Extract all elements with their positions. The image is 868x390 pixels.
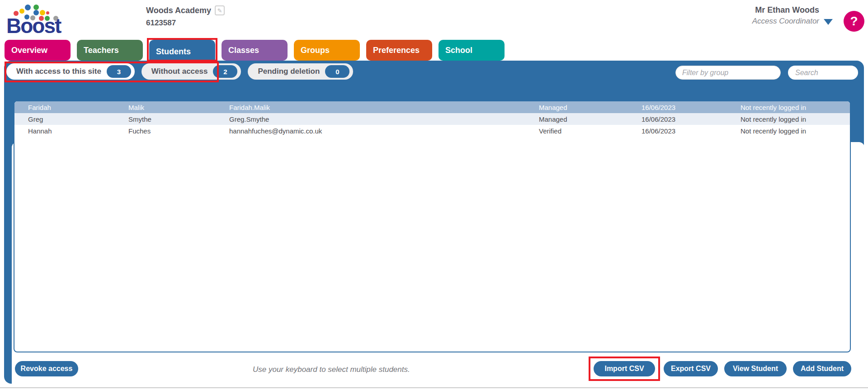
table-cell: Greg.Smythe [229, 115, 333, 123]
column-status[interactable]: Status [538, 88, 641, 97]
add-student-button[interactable]: Add Student [793, 361, 851, 376]
school-name: Woods Academy [146, 6, 211, 15]
main-tab-students[interactable]: Students [149, 40, 215, 63]
main-tabs: Overview Teachers Students Classes Group… [5, 40, 505, 63]
user-block: Mr Ethan Woods Access Coordinator [752, 5, 819, 26]
column-username[interactable]: Username [228, 88, 332, 97]
column-last-logged-in[interactable]: Last logged in [740, 88, 851, 97]
main-tab-overview[interactable]: Overview [5, 40, 71, 61]
boost-app: Boost Woods Academy ✎ 6123587 Mr Ethan W… [0, 0, 868, 390]
subtab-label: With access to this site [16, 67, 101, 76]
table-cell: Managed [539, 115, 642, 123]
column-date-added[interactable]: Date added [641, 88, 740, 97]
column-year-group[interactable]: Year group [332, 88, 434, 97]
table-cell: Not recently logged in [741, 127, 850, 135]
view-student-button[interactable]: View Student [724, 361, 787, 376]
viewport-bottom-divider [0, 387, 868, 388]
subtab[interactable]: Pending deletion 0 [248, 63, 353, 80]
table-cell: Faridah [28, 104, 128, 111]
subtab-count-badge: 3 [107, 65, 131, 78]
subtab[interactable]: Without access 2 [142, 63, 241, 80]
table-cell: 16/06/2023 [642, 127, 741, 135]
search-input[interactable] [788, 66, 868, 80]
table-cell: Not recently logged in [741, 115, 850, 123]
user-name: Mr Ethan Woods [752, 5, 819, 15]
table-cell: Verified [539, 127, 642, 135]
main-tab-preferences[interactable]: Preferences [366, 40, 432, 61]
boost-logo: Boost [5, 4, 78, 40]
logo-wordmark: Boost [6, 15, 61, 36]
column-first-name[interactable]: First name [27, 88, 127, 97]
table-cell: Malik [128, 104, 229, 111]
school-id: 6123587 [146, 19, 225, 28]
table-cell: Fuches [128, 127, 229, 135]
multi-select-hint: Use your keyboard to select multiple stu… [253, 365, 410, 374]
table-row[interactable]: Faridah Malik Faridah.Malik Managed 16/0… [14, 101, 850, 113]
subtab-label: Without access [151, 67, 208, 76]
school-block: Woods Academy ✎ 6123587 [146, 5, 225, 28]
table-cell: hannahfuches@dynamic.co.uk [229, 127, 333, 135]
main-tab-school[interactable]: School [439, 40, 505, 61]
export-csv-button[interactable]: Export CSV [664, 361, 718, 376]
main-tab-classes[interactable]: Classes [222, 40, 288, 61]
table-cell: Hannah [28, 127, 128, 135]
table-cell: 16/06/2023 [642, 104, 741, 111]
user-menu-caret-icon[interactable] [824, 19, 833, 25]
main-tab-teachers[interactable]: Teachers [77, 40, 143, 61]
main-tab-groups[interactable]: Groups [294, 40, 360, 61]
help-button[interactable]: ? [844, 11, 864, 32]
table-cell: Greg [28, 115, 128, 123]
students-table: Faridah Malik Faridah.Malik Managed 16/0… [14, 100, 851, 352]
table-cell: Faridah.Malik [229, 104, 333, 111]
revoke-access-button[interactable]: Revoke access [15, 361, 78, 376]
student-filter-subtabs: With access to this site 3 Without acces… [6, 63, 353, 80]
subtab-count-badge: 0 [325, 65, 349, 78]
subtab[interactable]: With access to this site 3 [6, 63, 135, 80]
table-cell: Not recently logged in [741, 104, 850, 111]
group-filter-input[interactable] [676, 66, 780, 79]
table-cell: 16/06/2023 [642, 115, 741, 123]
table-cell: Managed [539, 104, 642, 111]
subtab-label: Pending deletion [258, 67, 320, 76]
table-row[interactable]: Hannah Fuches hannahfuches@dynamic.co.uk… [14, 125, 850, 137]
subtab-count-badge: 2 [213, 65, 237, 78]
column-class[interactable]: Class [434, 88, 538, 97]
table-cell: Smythe [128, 115, 229, 123]
column-last-name[interactable]: Last name [127, 88, 228, 97]
edit-school-name-icon[interactable]: ✎ [215, 5, 225, 15]
table-row[interactable]: Greg Smythe Greg.Smythe Managed 16/06/20… [14, 113, 850, 125]
table-header: First name Last name Username Year group… [14, 86, 851, 99]
search-box [788, 66, 858, 80]
user-role: Access Coordinator [752, 17, 819, 26]
import-csv-button[interactable]: Import CSV [594, 361, 655, 376]
group-filter [675, 66, 781, 80]
